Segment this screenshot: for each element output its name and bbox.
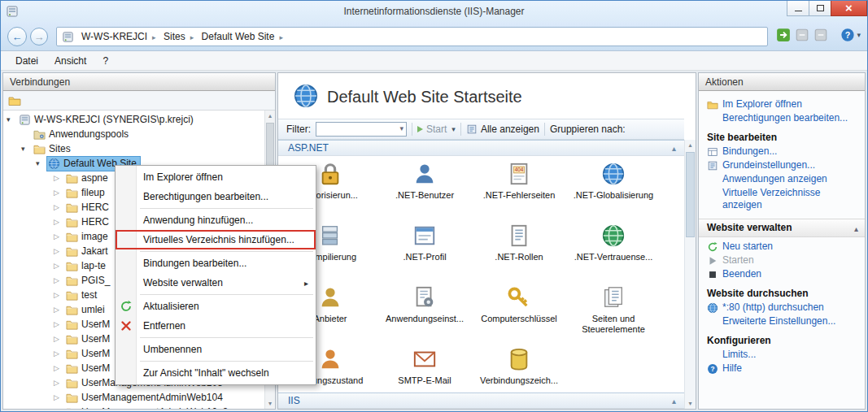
tree-item[interactable]: W-WS-KREJCI (SYNERGIS\p.krejci) xyxy=(3,112,275,127)
folder-icon xyxy=(66,377,78,389)
action-item[interactable]: Virtuelle Verzeichnisse anzeigen xyxy=(707,187,857,211)
feature-label: Anbieter xyxy=(314,314,347,324)
action-item-label: Website durchsuchen xyxy=(707,288,808,300)
delete-icon xyxy=(120,319,133,332)
section-aspnet[interactable]: ASP.NET xyxy=(278,140,684,156)
action-item[interactable]: Bindungen... xyxy=(707,145,857,158)
scroll-down-icon[interactable] xyxy=(685,398,696,409)
context-menu-item[interactable]: Berechtigungen bearbeiten... xyxy=(116,187,316,206)
filter-go-button[interactable]: Start xyxy=(417,124,456,135)
menu-item[interactable]: Ansicht xyxy=(46,53,94,69)
folder-icon xyxy=(66,304,78,316)
breadcrumb-items: W-WS-KREJCI Sites Default Web Site xyxy=(77,31,284,42)
tree-expander-icon[interactable] xyxy=(54,189,64,197)
feature-item[interactable]: .NET-Profil xyxy=(377,219,472,281)
action-item[interactable]: Anwendungen anzeigen xyxy=(707,173,857,185)
action-item[interactable]: Neu starten xyxy=(707,241,857,253)
tree-expander-icon[interactable] xyxy=(54,247,64,255)
tree-expander-icon[interactable] xyxy=(54,218,64,226)
go-icon[interactable] xyxy=(776,28,791,42)
scroll-up-icon[interactable] xyxy=(265,111,275,121)
tree-expander-icon[interactable] xyxy=(54,276,64,284)
tree-expander-icon[interactable] xyxy=(54,203,64,211)
tree-expander-icon[interactable] xyxy=(54,291,64,299)
breadcrumb-item[interactable]: W-WS-KREJCI xyxy=(77,31,151,42)
chevron-down-icon xyxy=(857,31,861,39)
scroll-up-icon[interactable] xyxy=(685,140,696,150)
action-item[interactable]: *:80 (http) durchsuchen xyxy=(707,301,857,314)
tree-expander-icon[interactable] xyxy=(36,159,46,167)
tree-item[interactable]: UserManagementAdminWeb104 xyxy=(3,390,275,405)
tree-expander-icon[interactable] xyxy=(54,408,64,409)
tree-expander-icon[interactable] xyxy=(54,393,64,401)
context-menu-item[interactable]: Website verwalten xyxy=(116,273,316,293)
action-item[interactable]: Website verwalten xyxy=(699,219,865,237)
tree-expander-icon[interactable] xyxy=(54,364,64,372)
feature-item[interactable]: Computerschlüssel xyxy=(472,281,566,343)
help-button[interactable] xyxy=(840,28,861,42)
action-item[interactable]: Limits... xyxy=(707,349,857,361)
globe-icon xyxy=(48,158,60,170)
breadcrumb-item[interactable]: Default Web Site xyxy=(198,31,279,42)
navigation-bar: W-WS-KREJCI Sites Default Web Site xyxy=(1,22,867,51)
feature-label: Computerschlüssel xyxy=(481,314,557,324)
tree-expander-icon[interactable] xyxy=(54,232,64,241)
globe-icon xyxy=(707,302,718,314)
tree-expander-icon[interactable] xyxy=(54,320,64,328)
feature-item[interactable]: Seiten und Steuerelemente xyxy=(566,281,661,343)
tree-expander-icon[interactable] xyxy=(54,335,64,343)
maximize-button[interactable] xyxy=(809,1,831,16)
context-menu-item[interactable]: Aktualisieren xyxy=(116,297,316,316)
context-menu-item[interactable]: Entfernen xyxy=(116,316,316,336)
context-menu-item[interactable]: Bindungen bearbeiten... xyxy=(116,254,316,273)
context-menu-item-label: Entfernen xyxy=(143,320,185,332)
scroll-down-icon[interactable] xyxy=(265,398,275,409)
feature-item[interactable]: .NET-Rollen xyxy=(472,219,566,281)
action-item[interactable]: Berechtigungen bearbeiten... xyxy=(707,112,857,124)
feature-item[interactable]: .NET-Fehlerseiten xyxy=(472,158,566,219)
action-item[interactable]: Im Explorer öffnen xyxy=(707,98,857,111)
save-connections-icon[interactable] xyxy=(8,94,21,107)
section-iis[interactable]: IIS xyxy=(278,392,684,409)
breadcrumb-item[interactable]: Sites xyxy=(159,31,190,42)
back-button[interactable] xyxy=(7,27,27,46)
context-menu-item[interactable]: Umbenennen xyxy=(116,340,316,359)
tree-expander-icon[interactable] xyxy=(54,349,64,358)
context-menu-item[interactable]: Im Explorer öffnen xyxy=(116,167,316,187)
refresh-icon xyxy=(707,241,718,253)
tree-item[interactable]: Anwendungspools xyxy=(3,127,275,141)
action-item[interactable]: Hilfe xyxy=(707,362,857,375)
explorer-icon xyxy=(707,99,718,111)
minimize-button[interactable] xyxy=(787,1,809,16)
context-menu-item[interactable]: Virtuelles Verzeichnis hinzufügen... xyxy=(116,230,316,249)
action-item[interactable]: Beenden xyxy=(707,268,857,280)
menu-item[interactable]: Datei xyxy=(7,53,46,69)
feature-item[interactable]: Anwendungseinst... xyxy=(377,281,472,343)
tree-item[interactable]: Sites xyxy=(3,141,275,156)
close-button[interactable] xyxy=(831,1,867,16)
tree-expander-icon[interactable] xyxy=(7,115,17,124)
tree-item[interactable]: UserManagementAdminWeb10_3 xyxy=(3,405,275,409)
context-menu-item[interactable]: Anwendung hinzufügen... xyxy=(116,210,316,230)
refresh-disabled-icon xyxy=(795,28,809,42)
tree-expander-icon[interactable] xyxy=(54,306,64,314)
tree-expander-icon[interactable] xyxy=(54,379,64,387)
feature-item[interactable]: .NET-Globalisierung xyxy=(566,158,661,219)
menu-item[interactable]: ? xyxy=(94,53,116,69)
context-menu-item[interactable]: Zur Ansicht "Inhalt" wechseln xyxy=(116,363,316,383)
folder-icon xyxy=(66,231,78,243)
filter-input[interactable] xyxy=(316,122,407,137)
stop-icon xyxy=(707,269,718,280)
tree-expander-icon[interactable] xyxy=(54,174,64,182)
tree-expander-icon[interactable] xyxy=(54,262,64,270)
feature-label: .NET-Profil xyxy=(403,252,446,262)
action-item[interactable]: Grundeinstellungen... xyxy=(707,159,857,171)
show-all-button[interactable]: Alle anzeigen xyxy=(466,124,539,135)
feature-item[interactable]: .NET-Benutzer xyxy=(377,158,472,219)
action-item[interactable]: Erweiterte Einstellungen... xyxy=(707,315,857,327)
action-item-label: *:80 (http) durchsuchen xyxy=(722,301,824,314)
feature-item[interactable]: .NET-Vertrauense... xyxy=(566,219,661,281)
forward-button[interactable] xyxy=(30,28,48,46)
tree-expander-icon[interactable] xyxy=(21,145,32,153)
scrollbar-thumb[interactable] xyxy=(686,152,695,237)
